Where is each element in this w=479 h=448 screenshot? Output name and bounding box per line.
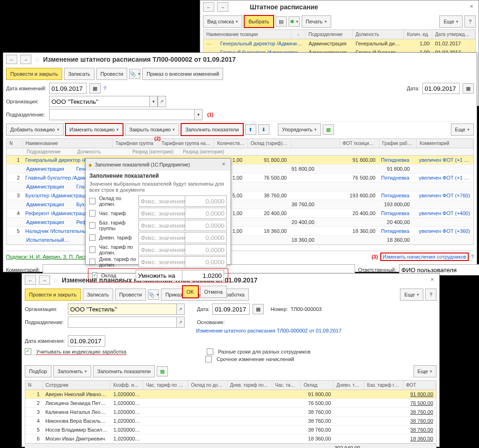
col-tariff[interactable]: Тарифная группа [113, 139, 159, 148]
favorite-icon[interactable]: ☆ [53, 276, 59, 284]
indicator-checkbox[interactable] [89, 222, 95, 229]
settings-icon[interactable]: ▦ [323, 124, 334, 135]
table-row[interactable]: 2 Главный бухгалтер /Администрация/ 1,00… [7, 173, 473, 182]
table-row[interactable]: 4 Никонова Вера Васильевна 1,02000000 38… [25, 417, 436, 426]
forward-button[interactable]: → [39, 275, 50, 285]
indicator-checkbox[interactable] [89, 234, 95, 241]
print-button[interactable]: Печать [302, 15, 331, 28]
col-salary[interactable]: Оклад (тариф), мин./макс. [248, 139, 292, 148]
help-link[interactable]: ? [471, 254, 474, 260]
dropdown-icon[interactable]: ▾ [194, 109, 203, 120]
indicator-checkbox[interactable] [89, 246, 95, 253]
unit-input[interactable] [49, 109, 194, 120]
col-sched[interactable]: График работы [379, 139, 417, 148]
table-row[interactable]: 3 Бухгалтер /Администрация/ 5,00 38 760,… [7, 191, 473, 200]
unit-input[interactable] [68, 317, 176, 328]
close-position-button[interactable]: Закрыть позицию [125, 123, 179, 136]
calendar-icon[interactable]: ▦ [89, 83, 101, 94]
col-name[interactable]: Наименование [23, 139, 113, 148]
more-button[interactable]: Еще [439, 15, 462, 28]
col-date[interactable]: Дата утверждения [432, 30, 475, 39]
forward-button[interactable]: → [20, 55, 31, 64]
org-input[interactable] [68, 303, 176, 315]
table-row[interactable]: 5 Наладчик /Испытательный цех 1,00 18 36… [7, 227, 473, 236]
post-close-button[interactable]: Провести и закрыть [25, 289, 81, 301]
write-button[interactable]: Записать [64, 68, 94, 80]
value-input[interactable] [182, 270, 224, 281]
indicator-checkbox[interactable] [89, 198, 95, 204]
edit-position-button[interactable]: Изменить позицию [65, 123, 123, 136]
attach-menu[interactable]: 📎 [129, 69, 140, 79]
order-button[interactable]: Приказ о внесении изменений [142, 68, 223, 80]
indicator-checkbox[interactable] [89, 210, 95, 217]
post-button[interactable]: Провести [96, 68, 128, 80]
col-unit[interactable]: Подразделение [305, 30, 352, 39]
diff-terms-checkbox[interactable] [207, 348, 213, 355]
calendar-icon[interactable]: ▦ [463, 83, 474, 94]
basis-link[interactable]: Изменение штатного расписания ТЛ00-00000… [196, 328, 341, 333]
date-input[interactable] [212, 303, 250, 315]
calendar-icon[interactable]: ▦ [253, 304, 264, 314]
add-position-button[interactable]: Добавить позицию [6, 123, 64, 136]
open-icon[interactable]: ↗ [176, 303, 185, 315]
close-icon[interactable]: × [219, 160, 228, 169]
help-button[interactable]: ? [464, 15, 476, 28]
move-down-icon[interactable]: ⬇ [258, 124, 269, 135]
arrange-button[interactable]: Упорядочить [278, 123, 321, 136]
table-row[interactable]: 5 Носов Владимир Васильевич 1,02000000 3… [25, 426, 436, 434]
dropdown-icon[interactable]: ▾ [149, 96, 158, 107]
more-button[interactable]: Еще [414, 365, 436, 377]
more-button[interactable]: Еще [400, 289, 423, 301]
date-input[interactable] [422, 83, 460, 94]
col-qty[interactable]: Количество ставок [214, 139, 247, 148]
cancel-button[interactable]: Отмена [200, 286, 227, 298]
table-row[interactable]: 1 Генеральный директор /Администрация/ 1… [7, 156, 473, 165]
favorite-icon[interactable]: ☆ [34, 56, 40, 63]
settings-icon[interactable]: ▦ [157, 366, 168, 376]
table-row[interactable]: — Генеральный директор /Администрация/ А… [203, 39, 475, 48]
fill-indicators-button[interactable]: Заполнить показатели [93, 365, 155, 377]
sort-icon[interactable]: ↓ [291, 30, 306, 39]
table-row[interactable]: 2 Лисицина Зинаида Петровна 1,02000000 7… [25, 399, 436, 408]
back-button[interactable]: ← [25, 275, 36, 285]
ok-button[interactable]: OK [182, 286, 198, 298]
indicator-checkbox[interactable] [89, 259, 95, 265]
fill-indicators-button[interactable]: Заполнить показатели [181, 123, 243, 136]
col-pos[interactable]: Должность [353, 30, 404, 39]
create-menu[interactable]: ✱ [289, 16, 300, 27]
org-input[interactable] [49, 96, 149, 107]
table-row[interactable]: 3 Калинина Наталья Леонидовна 1,02000000… [25, 408, 436, 417]
col-tariff-add[interactable]: Тарифная группа надбавки [159, 139, 214, 148]
back-button[interactable]: ← [203, 2, 214, 12]
more-button[interactable]: Еще [451, 123, 474, 136]
col-n[interactable]: N [7, 139, 23, 148]
date-change-input[interactable] [49, 83, 87, 94]
select-button[interactable]: Выбрать [244, 15, 273, 28]
table-row[interactable]: 4 Референт /Администрация/ 1,00 20 400,0… [7, 209, 473, 218]
help-button[interactable]: ? [425, 289, 436, 301]
index-checkbox[interactable] [25, 348, 31, 355]
col-qty[interactable]: Колич. ед. [404, 30, 432, 39]
salary-checkbox[interactable] [92, 272, 97, 279]
table-row[interactable]: 1 Аверин Николай Иванович 1,02000000 91 … [25, 390, 436, 399]
hierarchy-icon[interactable]: ▤ [276, 16, 287, 27]
col-fot[interactable]: ФОТ позиции (мин./макс.) [340, 139, 379, 148]
back-button[interactable]: ← [6, 55, 17, 64]
table-row[interactable]: 6 Мосин Иван Дмитриевич 1,02000000 18 36… [25, 434, 436, 443]
urgent-checkbox[interactable] [205, 356, 212, 362]
close-icon[interactable]: × [467, 3, 476, 11]
close-icon[interactable]: × [428, 276, 436, 284]
post-close-button[interactable]: Провести и закрыть [6, 68, 62, 80]
change-accrual-link[interactable]: Изменить начисления сотрудников [381, 253, 468, 260]
col-comment[interactable]: Комментарий [417, 139, 473, 148]
forward-button[interactable]: → [217, 2, 228, 12]
list-view-button[interactable]: Вид списка [203, 15, 242, 28]
open-icon[interactable]: ↗ [158, 96, 166, 107]
col-name[interactable]: Наименование позиции [203, 30, 291, 39]
move-up-icon[interactable]: ⬆ [245, 124, 256, 135]
fill-button[interactable]: Заполнить [53, 365, 91, 377]
pick-button[interactable]: Подбор [25, 365, 51, 377]
date-change-input[interactable] [68, 335, 105, 347]
help-link[interactable]: ? [103, 86, 106, 91]
open-icon[interactable]: ↗ [176, 317, 185, 328]
